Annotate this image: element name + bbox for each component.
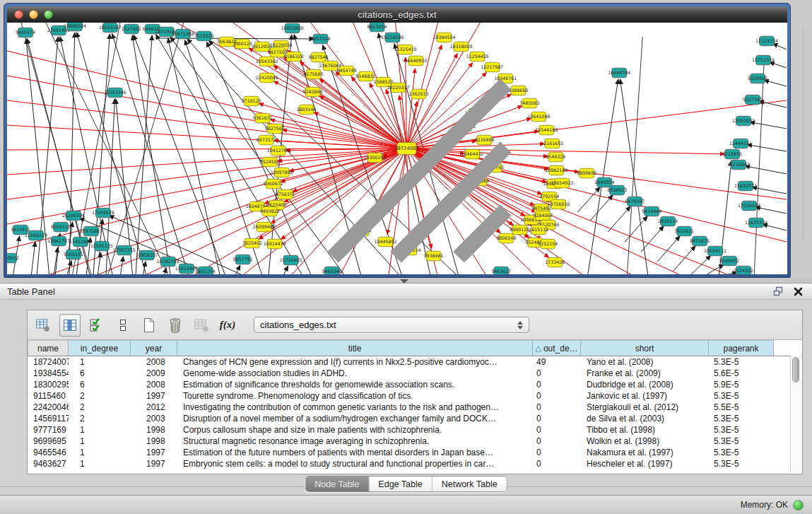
table-cell: 1998 [131, 424, 177, 436]
table-cell: Stergiakouli et al. (2012) [581, 402, 709, 413]
table-cell: 6 [69, 368, 131, 379]
table-cell: Yano et al. (2008) [581, 356, 709, 368]
table-cell: Jankovic et al. (1997) [581, 390, 709, 402]
table-cell: 1997 [131, 390, 177, 402]
table-cell: 5.3E-5 [709, 413, 774, 424]
table-cell: 2012 [131, 402, 177, 413]
float-window-icon[interactable] [771, 285, 785, 298]
table-cell: 0 [533, 413, 581, 424]
table-cell: Hescheler et al. (1997) [581, 458, 709, 469]
table-cell: Investigating the contribution of common… [177, 402, 533, 413]
table-cell: 9465546 [28, 447, 69, 458]
table-cell: 2008 [131, 379, 177, 390]
combo-arrows-icon [517, 321, 523, 329]
table-row[interactable]: 969969511998Structural magnetic resonanc… [28, 436, 802, 447]
table-cell: 2009 [131, 368, 177, 379]
tab-network-table[interactable]: Network Table [433, 477, 507, 491]
tab-edge-table[interactable]: Edge Table [369, 477, 432, 491]
column-header-pagerank[interactable]: pagerank [709, 340, 774, 356]
table-row[interactable]: 2242004622012Investigating the contribut… [28, 402, 802, 413]
close-button[interactable] [14, 10, 23, 19]
table-cell: 2 [69, 402, 131, 413]
table-cell: 2008 [131, 356, 177, 368]
table-row[interactable]: 946554611997Estimation of the future num… [28, 447, 802, 458]
table-cell: Genome-wide association studies in ADHD. [177, 368, 533, 379]
table-row[interactable]: 911546021997Tourette syndrome. Phenomeno… [28, 390, 802, 402]
table-cell: 6 [69, 379, 131, 390]
table-cell: 18300295 [28, 379, 69, 390]
table-select-dropdown[interactable]: citations_edges.txt [254, 317, 529, 333]
table-cell: 9699695 [28, 436, 69, 447]
select-columns-icon[interactable] [87, 315, 107, 336]
table-cell: 5.3E-5 [709, 390, 774, 402]
table-cell: 14569117 [28, 413, 69, 424]
table-row[interactable]: 977716911998Corpus callosum shape and si… [28, 424, 802, 436]
close-panel-icon[interactable] [791, 285, 805, 298]
network-view-window: citations_edges.txt 89601238912955182260… [4, 3, 791, 278]
show-column-icon[interactable] [59, 314, 81, 337]
table-settings-icon[interactable] [33, 315, 53, 336]
function-builder-label: f(x) [220, 319, 236, 331]
table-row[interactable]: 1830029562008Estimation of significance … [28, 379, 802, 390]
table-row[interactable]: 1872400712008Changes of HCN gene express… [28, 356, 802, 368]
table-cell: 5.3E-5 [709, 458, 774, 469]
table-cell: 0 [533, 447, 581, 458]
table-cell: 0 [533, 458, 581, 469]
tab-node-table[interactable]: Node Table [305, 477, 369, 491]
table-cell: 1 [69, 436, 131, 447]
window-titlebar[interactable]: citations_edges.txt [7, 6, 787, 23]
table-cell: 0 [533, 402, 581, 413]
table-cell: Disruption of a novel member of a sodium… [177, 413, 533, 424]
table-cell: 1997 [131, 447, 177, 458]
minimize-button[interactable] [29, 10, 38, 19]
new-file-icon[interactable] [139, 315, 159, 336]
column-header-name[interactable]: name [28, 340, 69, 356]
table-cell: 5.9E-5 [709, 379, 774, 390]
memory-status-label: Memory: OK [741, 500, 788, 510]
column-header-title[interactable]: title [177, 340, 533, 356]
table-cell: 0 [533, 436, 581, 447]
table-cell: 1 [69, 424, 131, 436]
column-header-year[interactable]: year [131, 340, 177, 356]
table-panel: Table Panel [0, 283, 812, 495]
table-row[interactable]: 946362711997Embryonic stem cells: a mode… [28, 458, 802, 469]
table-cell: 0 [533, 368, 581, 379]
row-height-icon[interactable] [113, 315, 133, 336]
table-cell: Estimation of the future numbers of pati… [177, 447, 533, 458]
resize-grip[interactable] [7, 23, 786, 273]
table-cell: de Silva et al. (2003) [581, 413, 709, 424]
table-row[interactable]: 1456911722003Disruption of a novel membe… [28, 413, 802, 424]
node-table: namein_degreeyeartitle△out_de…shortpager… [28, 340, 802, 474]
column-header-in_degree[interactable]: in_degree [69, 340, 131, 356]
vertical-scrollbar[interactable] [790, 356, 801, 473]
zoom-button[interactable] [44, 10, 53, 19]
delete-table-icon[interactable] [165, 315, 185, 336]
table-cell: 5.3E-5 [709, 424, 774, 436]
column-header-out_de[interactable]: △out_de… [533, 340, 581, 356]
table-cell: Embryonic stem cells: a model to study s… [177, 458, 533, 469]
table-header-row: namein_degreeyeartitle△out_de…shortpager… [28, 340, 802, 356]
column-header-short[interactable]: short [581, 340, 709, 356]
window-controls [14, 10, 53, 19]
table-panel-title: Table Panel [7, 286, 55, 297]
table-toolbar: f(x) citations_edges.txt [28, 310, 802, 340]
table-cell: Nakamura et al. (1997) [581, 447, 709, 458]
function-builder-icon[interactable]: f(x) [218, 315, 237, 336]
table-cell: Estimation of significance thresholds fo… [177, 379, 533, 390]
table-cell: 2003 [131, 413, 177, 424]
table-cell: 22420046 [28, 402, 69, 413]
table-cell: 18724007 [28, 356, 69, 368]
table-cell: 19384554 [28, 368, 69, 379]
window-title: citations_edges.txt [358, 9, 436, 20]
table-cell: Dudbridge et al. (2008) [581, 379, 709, 390]
scrollbar-thumb[interactable] [792, 357, 799, 382]
table-select-value: citations_edges.txt [260, 320, 517, 330]
table-cell: 1 [69, 447, 131, 458]
table-cell: 5.5E-5 [709, 402, 774, 413]
table-row[interactable]: 1938455462009Genome-wide association stu… [28, 368, 802, 379]
network-canvas[interactable]: 8960123891295518226058982750381863281054… [7, 23, 787, 274]
table-cell: 9115460 [28, 390, 69, 402]
table-cell: 5.3E-5 [709, 356, 774, 368]
table-cell: 9777169 [28, 424, 69, 436]
table-cell: 1998 [131, 436, 177, 447]
